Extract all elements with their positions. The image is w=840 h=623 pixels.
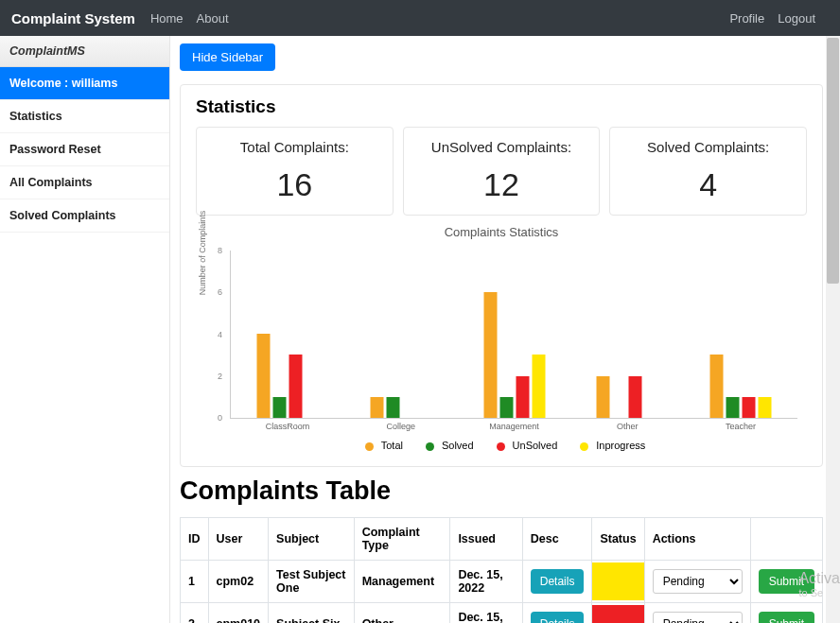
col-Complaint Type: Complaint Type	[354, 518, 450, 561]
status-indicator	[592, 562, 643, 600]
stat-card-title: Solved Complaints:	[618, 139, 798, 155]
legend-item: Inprogress	[572, 440, 645, 451]
stat-card-1: UnSolved Complaints:12	[403, 127, 601, 216]
col-Issued: Issued	[450, 518, 522, 561]
xcategory: Other	[617, 422, 639, 431]
ytick: 4	[218, 330, 222, 339]
cell-user: cpm02	[208, 561, 269, 603]
cell-desc: Details	[522, 603, 592, 624]
bar-inprogress	[759, 397, 772, 418]
xcategory: College	[386, 422, 415, 431]
nav-home[interactable]: Home	[150, 11, 184, 26]
sidebar-item-0[interactable]: Welcome : williams	[0, 67, 169, 100]
hide-sidebar-button[interactable]: Hide Sidebar	[180, 43, 275, 71]
bar-unsolved	[289, 355, 302, 418]
stat-card-value: 12	[411, 166, 592, 203]
cell-status	[592, 603, 644, 624]
cell-issued: Dec. 15, 2022	[450, 561, 522, 603]
nav-profile[interactable]: Profile	[729, 11, 764, 26]
bar-group-ClassRoom	[256, 334, 318, 418]
cell-id: 2	[181, 603, 209, 624]
brand: Complaint System	[11, 10, 135, 26]
status-select[interactable]: Pending	[653, 612, 743, 623]
bar-group-Teacher	[710, 355, 772, 418]
details-button[interactable]: Details	[531, 569, 585, 594]
ytick: 0	[218, 413, 222, 423]
bar-total	[597, 376, 610, 419]
cell-user: cpm010	[208, 603, 269, 624]
legend-item: Total	[358, 440, 403, 451]
col-extra	[750, 518, 822, 561]
col-Actions: Actions	[644, 518, 750, 561]
chart-legend: TotalSolvedUnSolvedInprogress	[196, 440, 807, 451]
cell-subject: Test Subject One	[269, 561, 355, 603]
col-Subject: Subject	[269, 518, 355, 561]
ytick: 6	[218, 287, 222, 297]
submit-button[interactable]: Submit	[759, 569, 814, 594]
main-content: Hide Sidebar Statistics Total Complaints…	[170, 36, 840, 623]
bar-group-College	[370, 397, 431, 418]
sidebar-item-3[interactable]: All Complaints	[0, 166, 169, 199]
stat-card-0: Total Complaints:16	[196, 127, 394, 216]
status-indicator	[592, 605, 643, 623]
stat-card-value: 4	[618, 166, 798, 203]
ytick: 8	[218, 246, 222, 255]
cell-status	[592, 561, 644, 603]
bar-total	[256, 334, 270, 418]
sidebar-item-4[interactable]: Solved Complaints	[0, 199, 169, 233]
status-select[interactable]: Pending	[653, 569, 743, 594]
bar-group-Other	[597, 376, 658, 419]
col-ID: ID	[181, 518, 209, 561]
xcategory: Management	[489, 422, 539, 431]
cell-type: Management	[354, 561, 450, 603]
cell-desc: Details	[522, 561, 592, 603]
legend-item: UnSolved	[489, 440, 558, 451]
cell-submit: Submit	[750, 603, 822, 624]
sidebar-item-2[interactable]: Password Reset	[0, 133, 169, 166]
stats-heading: Statistics	[196, 96, 807, 117]
table-heading: Complaints Table	[180, 476, 823, 506]
top-nav: Complaint System Home About Profile Logo…	[0, 0, 840, 36]
nav-logout[interactable]: Logout	[778, 11, 815, 26]
submit-button[interactable]: Submit	[759, 612, 814, 623]
stat-card-value: 16	[204, 166, 385, 203]
legend-item: Solved	[418, 440, 474, 451]
table-row: 1cpm02Test Subject OneManagementDec. 15,…	[181, 561, 823, 603]
col-Status: Status	[592, 518, 644, 561]
bar-unsolved	[743, 397, 756, 418]
cell-actions: Pending	[644, 561, 750, 603]
cell-submit: Submit	[750, 561, 822, 603]
stat-card-title: UnSolved Complaints:	[411, 139, 592, 155]
bar-solved	[499, 397, 513, 418]
stat-card-title: Total Complaints:	[204, 139, 385, 155]
bar-total	[370, 397, 383, 418]
cell-type: Other	[354, 603, 450, 624]
bar-unsolved	[629, 376, 642, 419]
cell-actions: Pending	[644, 603, 750, 624]
scrollbar-thumb[interactable]	[827, 38, 839, 284]
details-button[interactable]: Details	[531, 612, 585, 623]
bar-solved	[272, 397, 286, 418]
stats-panel: Statistics Total Complaints:16UnSolved C…	[180, 84, 823, 467]
table-row: 2cpm010Subject SixOtherDec. 15, 2022Deta…	[181, 603, 823, 624]
bar-solved	[726, 397, 740, 418]
sidebar-header: ComplaintMS	[0, 36, 169, 67]
stat-card-2: Solved Complaints:4	[609, 127, 807, 216]
bar-solved	[386, 397, 399, 418]
bar-unsolved	[516, 376, 529, 419]
chart-title: Complaints Statistics	[196, 225, 807, 239]
col-Desc: Desc	[522, 518, 592, 561]
sidebar-item-1[interactable]: Statistics	[0, 100, 169, 133]
cell-id: 1	[181, 561, 209, 603]
bar-total	[483, 292, 497, 419]
complaints-table: IDUserSubjectComplaint TypeIssuedDescSta…	[180, 517, 823, 623]
sidebar: ComplaintMS Welcome : williamsStatistics…	[0, 36, 170, 623]
col-User: User	[208, 518, 269, 561]
nav-about[interactable]: About	[197, 11, 229, 26]
xcategory: ClassRoom	[266, 422, 310, 431]
xcategory: Teacher	[726, 422, 756, 431]
chart-ylabel: Number of Complaints	[198, 211, 207, 296]
bar-total	[710, 355, 724, 418]
bar-group-Management	[483, 292, 545, 419]
ytick: 2	[218, 372, 222, 381]
